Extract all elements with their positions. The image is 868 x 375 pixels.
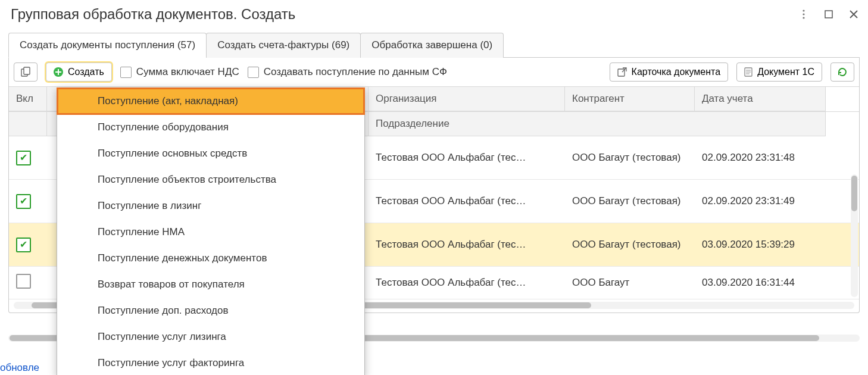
cell-kontr: ООО Багаут (тестовая): [565, 232, 695, 258]
copy-icon: [20, 67, 31, 77]
vat-included-checkbox[interactable]: Сумма включает НДС: [120, 66, 239, 78]
cell-date: 02.09.2020 23:31:48: [695, 145, 826, 171]
plus-icon: [54, 67, 63, 77]
document-1c-label: Документ 1С: [757, 67, 814, 77]
svg-point-1: [803, 13, 804, 15]
dd-item-fixed-assets[interactable]: Поступление основных средств: [57, 140, 364, 167]
create-button-label: Создать: [68, 67, 104, 77]
cell-org: Тестовая ООО Альфабаг (тес…: [369, 145, 565, 171]
checkbox-icon: [120, 67, 132, 78]
panel: Создать Сумма включает НДС Создавать пос…: [8, 58, 860, 313]
refresh-button[interactable]: [830, 62, 854, 82]
create-dropdown: Поступление (акт, накладная) Поступление…: [57, 88, 365, 375]
cell-kontr: ООО Багаут: [565, 270, 695, 296]
col-header-vkl[interactable]: Вкл: [9, 87, 47, 111]
dd-item-extra-expenses[interactable]: Поступление доп. расходов: [57, 298, 364, 324]
refresh-icon: [837, 67, 848, 77]
kebab-menu-icon[interactable]: [799, 10, 808, 19]
col-header-subdiv[interactable]: Подразделение: [369, 112, 826, 136]
col-header-org[interactable]: Организация: [369, 87, 565, 111]
window-controls: [799, 10, 858, 19]
dd-item-construction[interactable]: Поступление объектов строительства: [57, 167, 364, 193]
svg-point-0: [803, 10, 804, 11]
col-header-kontr[interactable]: Контрагент: [565, 87, 695, 111]
dd-item-act-nakladnaya[interactable]: Поступление (акт, накладная): [57, 88, 364, 114]
document-1c-button[interactable]: Документ 1С: [736, 62, 822, 82]
svg-point-2: [803, 17, 804, 18]
create-from-sf-label: Создавать поступление по данным СФ: [264, 66, 447, 78]
vat-included-label: Сумма включает НДС: [136, 66, 239, 78]
col-header-vkl-spacer: [9, 112, 47, 136]
tab-create-incoming[interactable]: Создать документы поступления (57): [8, 33, 207, 58]
vertical-scrollbar[interactable]: [851, 174, 858, 297]
tabstrip: Создать документы поступления (57) Созда…: [8, 32, 860, 58]
dd-item-equipment[interactable]: Поступление оборудования: [57, 114, 364, 140]
dd-item-leasing-svc[interactable]: Поступление услуг лизинга: [57, 324, 364, 350]
titlebar: Групповая обработка документов. Создать: [0, 0, 868, 32]
cell-org: Тестовая ООО Альфабаг (тес…: [369, 188, 565, 214]
app-window: Групповая обработка документов. Создать …: [0, 0, 868, 375]
document-card-label: Карточка документа: [632, 67, 721, 77]
document-card-button[interactable]: Карточка документа: [610, 62, 729, 82]
tab-create-invoices[interactable]: Создать счета-фактуры (69): [206, 33, 361, 58]
close-icon[interactable]: [849, 10, 858, 19]
cell-date: 03.09.2020 16:31:44: [695, 270, 826, 296]
row-checkbox[interactable]: [16, 194, 31, 209]
cell-kontr: ООО Багаут (тестовая): [565, 188, 695, 214]
row-checkbox[interactable]: [16, 274, 31, 289]
cell-date: 03.09.2020 15:39:29: [695, 232, 826, 258]
toolbar: Создать Сумма включает НДС Создавать пос…: [9, 58, 859, 86]
external-link-icon: [617, 67, 627, 77]
row-checkbox[interactable]: [16, 151, 31, 165]
maximize-icon[interactable]: [824, 10, 833, 19]
dd-item-factoring-svc[interactable]: Поступление услуг факторинга: [57, 350, 364, 375]
cell-date: 02.09.2020 23:31:49: [695, 188, 826, 214]
copy-button[interactable]: [14, 62, 38, 82]
page-title: Групповая обработка документов. Создать: [11, 6, 295, 23]
document-icon: [744, 67, 753, 77]
cropped-footer-link[interactable]: обновле: [0, 362, 39, 374]
cell-kontr: ООО Багаут (тестовая): [565, 145, 695, 171]
cell-org: Тестовая ООО Альфабаг (тес…: [369, 232, 565, 258]
tab-processing-done[interactable]: Обработка завершена (0): [360, 33, 504, 58]
dd-item-return-goods[interactable]: Возврат товаров от покупателя: [57, 271, 364, 298]
checkbox-icon: [248, 67, 259, 78]
svg-rect-3: [825, 11, 832, 18]
create-from-sf-checkbox[interactable]: Создавать поступление по данным СФ: [248, 66, 447, 78]
scrollbar-thumb[interactable]: [851, 176, 857, 211]
col-header-date[interactable]: Дата учета: [695, 87, 826, 111]
row-checkbox[interactable]: [16, 238, 31, 252]
svg-rect-5: [24, 67, 30, 74]
dd-item-money-docs[interactable]: Поступление денежных документов: [57, 245, 364, 271]
cell-org: Тестовая ООО Альфабаг (тес…: [369, 270, 565, 296]
create-button[interactable]: Создать: [46, 62, 112, 82]
dd-item-nma[interactable]: Поступление НМА: [57, 219, 364, 245]
dd-item-leasing[interactable]: Поступление в лизинг: [57, 193, 364, 219]
